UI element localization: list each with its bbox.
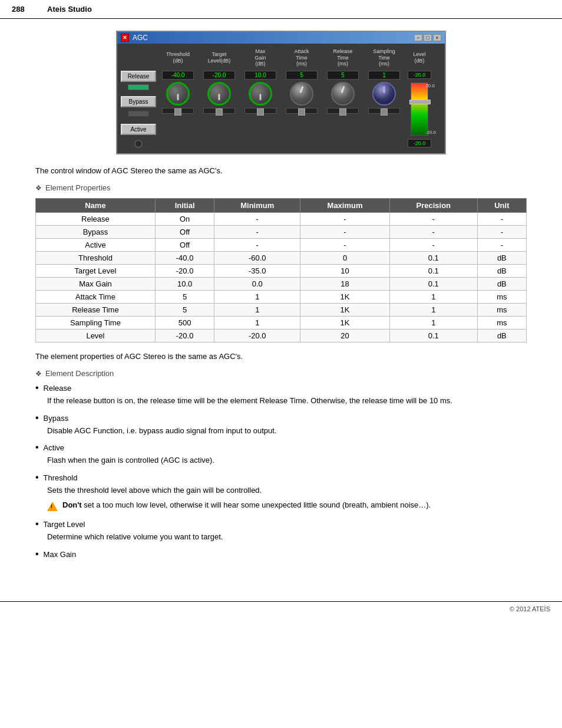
table-row: ReleaseOn----: [36, 213, 527, 226]
bullet-title: Active: [44, 443, 64, 452]
bullet-body: If the release button is on, the release…: [47, 395, 527, 407]
attack-time-knob[interactable]: [290, 82, 313, 106]
agc-titlebar-left: ✕ AGC: [121, 34, 148, 42]
max-gain-column: MaxGain(dB) 10.0: [241, 47, 280, 150]
table-cell: -20.0: [214, 330, 300, 342]
release-time-knob[interactable]: [331, 82, 355, 106]
level-fader-handle[interactable]: [409, 100, 431, 104]
warning-text: Don't set a too much low level, otherwis…: [62, 500, 431, 509]
sampling-time-slider[interactable]: [368, 108, 400, 114]
target-level-slider[interactable]: [203, 108, 235, 114]
max-gain-value: 10.0: [244, 71, 276, 80]
table-row: Release Time511K1ms: [36, 304, 527, 317]
table-cell: dB: [477, 252, 526, 265]
table-cell: 1: [214, 317, 300, 330]
element-description-section-header: ❖ Element Description: [35, 369, 527, 378]
bullets-container: •ReleaseIf the release button is on, the…: [35, 384, 527, 559]
release-button[interactable]: Release: [121, 71, 156, 82]
table-cell: -: [389, 239, 477, 252]
table-cell: 0.0: [214, 278, 300, 291]
table-cell: 500: [155, 317, 214, 330]
table-cell: 5: [155, 304, 214, 317]
table-cell: 18: [300, 278, 390, 291]
table-cell: -: [389, 213, 477, 226]
table-row: Threshold-40.0-60.000.1dB: [36, 252, 527, 265]
attack-time-header: AttackTime(ms): [294, 47, 309, 68]
page-footer: © 2012 ATEİS: [0, 601, 562, 616]
table-cell: -: [477, 213, 526, 226]
table-cell: 5: [155, 291, 214, 304]
threshold-slider[interactable]: [162, 108, 194, 114]
properties-table: Name Initial Minimum Maximum Precision U…: [35, 198, 527, 342]
table-cell: -: [214, 213, 300, 226]
bullet-dot-icon: •: [35, 443, 39, 452]
release-time-slider[interactable]: [327, 108, 359, 114]
sampling-time-value: 1: [368, 71, 400, 80]
bullet-title: Max Gain: [44, 550, 77, 559]
col-precision: Precision: [389, 199, 477, 213]
table-cell: -: [214, 226, 300, 239]
target-level-header: TargetLevel(dB): [208, 47, 231, 68]
bullet-body: Sets the threshold level above which the…: [47, 485, 527, 496]
active-button[interactable]: Active: [121, 124, 156, 135]
sampling-time-column: SamplingTime(ms) 1: [365, 47, 404, 150]
bypass-indicator: [128, 111, 149, 117]
threshold-header: Threshold(dB): [166, 47, 190, 68]
bullet-body: Disable AGC Function, i.e. bypass audio …: [47, 425, 527, 437]
level-fader-track[interactable]: 20.0 -20.0: [411, 83, 428, 136]
release-time-value: 5: [327, 71, 359, 80]
copyright-text: © 2012 ATEİS: [510, 605, 550, 612]
minimize-button[interactable]: −: [414, 34, 422, 41]
active-led: [134, 140, 143, 148]
bullet-section: •ActiveFlash when the gain is controlled…: [35, 443, 527, 466]
table-cell: 20: [300, 330, 390, 342]
table-cell: Sampling Time: [36, 317, 156, 330]
table-cell: 1K: [300, 304, 390, 317]
attack-time-value: 5: [286, 71, 318, 80]
table-cell: -: [300, 239, 390, 252]
level-fader-column: Level(dB) -20.0 20.0 -20.0 -20.0: [406, 47, 433, 150]
table-cell: Target Level: [36, 265, 156, 278]
table-cell: 0.1: [389, 278, 477, 291]
bullet-header: •Release: [35, 384, 527, 393]
max-gain-slider[interactable]: [244, 108, 276, 114]
attack-time-column: AttackTime(ms) 5: [282, 47, 321, 150]
max-gain-header: MaxGain(dB): [254, 47, 266, 68]
bullet-header: •Active: [35, 443, 527, 452]
table-cell: 0.1: [389, 330, 477, 342]
agc-titlebar-buttons[interactable]: − □ ×: [414, 34, 441, 41]
table-cell: On: [155, 213, 214, 226]
attack-time-slider[interactable]: [286, 108, 318, 114]
target-level-value: -20.0: [203, 71, 235, 80]
bullet-dot-icon: •: [35, 383, 39, 393]
bullet-section: •ReleaseIf the release button is on, the…: [35, 384, 527, 407]
target-level-knob[interactable]: [207, 82, 231, 106]
page-title: Ateis Studio: [47, 5, 92, 14]
bullet-title: Target Level: [44, 520, 85, 529]
level-top-value: -20.0: [408, 71, 431, 79]
table-row: Level-20.0-20.0200.1dB: [36, 330, 527, 342]
release-time-column: ReleaseTime(ms) 5: [323, 47, 362, 150]
table-row: BypassOff----: [36, 226, 527, 239]
sampling-time-knob[interactable]: [372, 82, 396, 106]
max-gain-knob[interactable]: [249, 82, 272, 106]
page-header: 288 Ateis Studio: [0, 0, 562, 19]
table-cell: Release Time: [36, 304, 156, 317]
diamond-bullet-icon: ❖: [35, 184, 42, 192]
table-cell: dB: [477, 265, 526, 278]
bullet-title: Release: [44, 384, 72, 393]
table-row: Target Level-20.0-35.0100.1dB: [36, 265, 527, 278]
table-cell: -40.0: [155, 252, 214, 265]
threshold-knob[interactable]: [166, 82, 190, 106]
target-level-column: TargetLevel(dB) -20.0: [200, 47, 239, 150]
table-cell: Release: [36, 213, 156, 226]
bypass-button[interactable]: Bypass: [121, 96, 156, 107]
table-cell: -60.0: [214, 252, 300, 265]
close-button[interactable]: ×: [433, 34, 441, 41]
table-cell: 1: [214, 291, 300, 304]
restore-button[interactable]: □: [424, 34, 432, 41]
sampling-time-header: SamplingTime(ms): [373, 47, 395, 68]
threshold-column: Threshold(dB) -40.0: [158, 47, 197, 150]
page-number: 288: [12, 5, 35, 14]
table-row: Attack Time511K1ms: [36, 291, 527, 304]
